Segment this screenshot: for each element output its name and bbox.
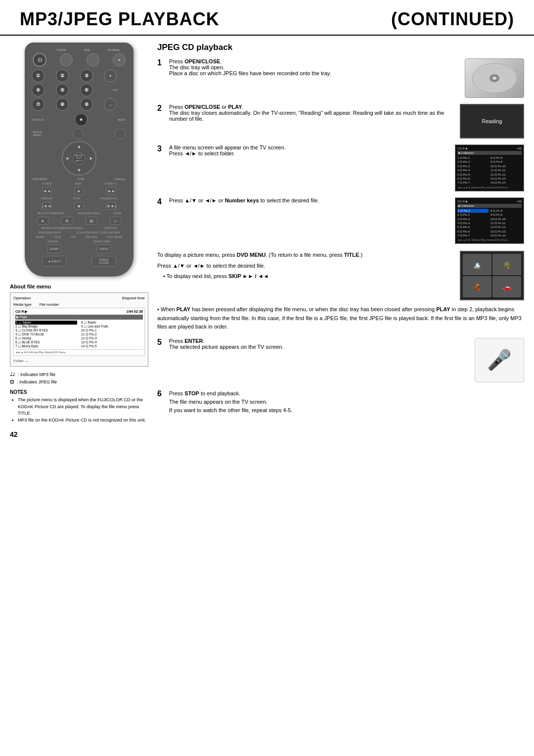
power-button[interactable]: ⏻: [33, 53, 46, 67]
audio-btn[interactable]: AUDIO: [97, 244, 111, 253]
step-5-text: Press ENTER. The selected picture appear…: [169, 338, 470, 350]
btn-vol-up[interactable]: +: [104, 69, 117, 82]
step-1-line-2: The disc tray will open.: [169, 64, 460, 70]
step-2-line-1: Press OPEN/CLOSE or PLAY.: [169, 104, 455, 110]
eject-btn[interactable]: ▲ EJECT: [42, 256, 67, 267]
step-1-num: 1: [157, 58, 165, 67]
playmode-label: PLAY MODE: [107, 236, 123, 238]
play-btn[interactable]: ►: [74, 187, 84, 195]
btn-8[interactable]: ⑧: [56, 98, 69, 111]
slow-btn[interactable]: ▷: [110, 217, 122, 225]
step-6-line-1: Press STOP to end playback.: [169, 389, 524, 398]
fmd-row-2-right: 9 ♩♩ Lies and Truth-: [81, 325, 143, 329]
cancel-label: CANCEL: [115, 178, 126, 181]
btn-5[interactable]: ⑤: [56, 84, 69, 96]
remote-control-illustration: TV/VCR DVD CH PAGE ⏻ + ① ② ③ + ④: [25, 43, 134, 277]
mp3-icon: ♩♩: [10, 372, 15, 377]
atr-label: ATR: [71, 236, 76, 238]
step-6-line-3: If you want to watch the other file, rep…: [169, 406, 524, 415]
sfl-highlight-row: 1 ⊡ Pic-1: [457, 209, 489, 213]
ftb-label: F/T/B: [78, 178, 84, 181]
enter-mktv-btn[interactable]: ENTERTEXT/MKTV: [73, 152, 85, 164]
rec-btn[interactable]: ●: [37, 217, 49, 225]
tvvcr-button[interactable]: [60, 53, 73, 66]
oav-button[interactable]: ⊕: [75, 113, 88, 126]
jpeg-icon: ⊡: [10, 379, 14, 384]
step-6-block: 6 Press STOP to end playback. The file m…: [157, 389, 524, 415]
step-5-line-2: The selected picture appears on the TV s…: [169, 344, 470, 350]
btn-vol-down[interactable]: -: [104, 98, 117, 111]
subpage-label: SUB PAGE INDEX: [78, 212, 100, 215]
nav-up-icon[interactable]: ▲: [77, 144, 82, 149]
fmd-row-3-left: 3 ♩♩ CLOSE MY EYES: [15, 329, 77, 332]
folder-arrow-label: Folder —: [13, 359, 29, 363]
prev-btn[interactable]: |◄◄: [42, 202, 52, 210]
btn-7[interactable]: ⑦: [32, 98, 44, 111]
subpage-btn[interactable]: ▤: [86, 217, 97, 225]
nav-left-icon[interactable]: ◄: [65, 156, 69, 161]
program-label: PROGRAM SP/LP: [39, 231, 61, 234]
btn-2[interactable]: ②: [56, 69, 69, 82]
return-label: RETURN: [86, 236, 97, 238]
btn-9[interactable]: ⑨: [80, 98, 93, 111]
fmd-folder-bar: ▶ Pops: [15, 315, 143, 320]
disc-svg: [470, 61, 519, 95]
fmd-row-1-right: 8 ♩♩ flower: [81, 321, 143, 325]
subtitle-label: SUBTITLE: [104, 227, 117, 230]
reading-text: Reading: [482, 118, 502, 124]
fmd-row-1-left: 1 ♩♩ Japan: [15, 321, 77, 325]
next-btn[interactable]: ►►|: [106, 202, 116, 210]
svg-point-2: [492, 77, 496, 80]
disc-image: [465, 58, 524, 98]
remote-label-dvd: DVD: [84, 48, 90, 51]
ffwd-btn[interactable]: ►►: [106, 187, 116, 195]
sfl-rows-right-3: 8 ⊡ Pc-89 ⊡ Pc-910 ⊡ Pc-1011 ⊡ Pc-1112 ⊡…: [490, 156, 522, 185]
openclose-btn[interactable]: OPEN/CLOSE: [91, 256, 116, 267]
step-3-block: 3 A file menu screen will appear on the …: [157, 144, 524, 191]
stop-btn[interactable]: ■: [74, 202, 84, 210]
rew-btn[interactable]: ◄◄: [42, 187, 52, 195]
file-menu-diagram: Operation Elapsed time Media type File n…: [10, 292, 148, 367]
pic-cell-1: 🏔️: [463, 254, 491, 275]
fmd-row-4-right: 11 ⊡ Pic-2: [81, 332, 143, 336]
step-4-text: Press ▲/▼ or ◄/► or Number keys to selec…: [169, 197, 450, 203]
legend-mp3: ♩♩ : Indicates MP3 file: [10, 372, 148, 377]
nav-right-icon[interactable]: ►: [89, 156, 93, 161]
notes-list: The picture menu is displayed when the F…: [10, 397, 148, 424]
reading-screen: Reading: [460, 104, 524, 139]
fmd-row-7-right: 14 ⊡ Pic-5: [81, 344, 143, 348]
btn-3[interactable]: ③: [80, 69, 93, 82]
display-btn[interactable]: [115, 128, 126, 139]
plus-icon: +: [118, 58, 121, 62]
sfl-rows-right-4: 8 ⊡ Pc-89 ⊡ Pc-910 ⊡ Pc-1011 ⊡ Pc-1112 ⊡…: [490, 209, 522, 238]
fmd-row-7-left: 7 ♩♩ Blurry Eyes: [15, 344, 77, 348]
sfl-footer-4: ◄►▲▼/0-9/Enter/Play Mode/DVD Menu: [457, 238, 522, 241]
repeat-label: REPEAT A-B JUMP/HOLD ANGLE: [41, 227, 83, 230]
remote-label-chpage: CH PAGE: [108, 48, 120, 51]
timerrec-btn[interactable]: ⊕: [61, 217, 73, 225]
skip-bullet: To display next list, press SKIP ►► / ◄◄: [163, 272, 455, 281]
btn-6[interactable]: ⑥: [80, 84, 93, 96]
nav-down-icon[interactable]: ▼: [77, 168, 82, 173]
chpage-button[interactable]: +: [113, 53, 126, 66]
sfl-header-left-3: CD-R ■: [457, 147, 467, 150]
power-icon: ⏻: [38, 57, 42, 62]
btn-1[interactable]: ①: [32, 69, 44, 82]
step-2-line-2: The disc tray closes automatically. On t…: [169, 110, 455, 122]
dvd-button[interactable]: [87, 53, 99, 66]
play-note-text: When PLAY has been pressed after display…: [157, 306, 522, 329]
note-1: The picture menu is displayed when the F…: [18, 397, 148, 417]
step-3-line-1: A file menu screen will appear on the TV…: [169, 144, 450, 150]
btn-4[interactable]: ④: [32, 84, 44, 96]
page-title-left: MP3/JPEG PLAYBACK: [20, 9, 220, 30]
sfl-header-right-4: ~/36: [516, 200, 522, 203]
step-6-content: Press STOP to end playback. The file men…: [169, 389, 524, 415]
sfl-folder-4: ■ Collection: [457, 204, 522, 208]
sfl-header-left-4: CD-R ■: [457, 200, 467, 203]
sleep-btn[interactable]: SLEEP: [47, 244, 61, 253]
quickview-label: QUICK VIEW: [94, 240, 110, 243]
picture-menu-mockup: 🏔️ 🌴 💃 🚗: [460, 251, 524, 300]
play-note-block: • When PLAY has been pressed after displ…: [157, 305, 524, 331]
mute-btn[interactable]: [73, 128, 84, 139]
step-5-num: 5: [157, 338, 165, 347]
